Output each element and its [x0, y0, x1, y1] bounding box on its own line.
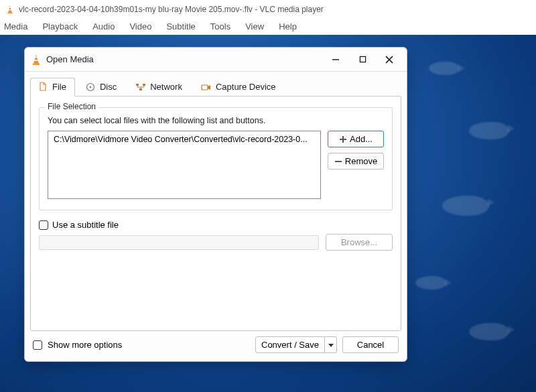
menu-subtitle[interactable]: Subtitle	[166, 21, 195, 31]
use-subtitle-row: Use a subtitle file	[39, 220, 393, 230]
tab-capture[interactable]: Capture Device	[194, 78, 285, 96]
file-selection-group: File Selection You can select local file…	[39, 107, 393, 210]
menu-media[interactable]: Media	[4, 21, 27, 31]
menu-playback[interactable]: Playback	[42, 21, 78, 31]
remove-label: Remove	[345, 156, 377, 166]
svg-rect-16	[139, 88, 142, 90]
app-title: vlc-record-2023-04-04-10h39m01s-my blu-r…	[19, 5, 324, 14]
maximize-button[interactable]	[349, 50, 376, 69]
svg-rect-1	[8, 12, 13, 13]
convert-save-splitbutton[interactable]: Convert / Save	[255, 336, 337, 353]
convert-save-label: Convert / Save	[261, 340, 319, 350]
use-subtitle-checkbox[interactable]	[39, 220, 48, 230]
fish-decoration	[469, 323, 509, 340]
browse-label: Browse...	[341, 237, 377, 247]
file-list[interactable]: C:\Vidmore\Vidmore Video Converter\Conve…	[48, 131, 321, 199]
add-button[interactable]: Add...	[328, 131, 384, 147]
group-legend: File Selection	[45, 102, 98, 111]
tabs: File Disc Network Capture Device	[25, 72, 407, 96]
browse-button: Browse...	[326, 234, 393, 251]
fish-decoration	[429, 62, 460, 75]
list-item[interactable]: C:\Vidmore\Vidmore Video Converter\Conve…	[52, 134, 316, 145]
chevron-down-icon	[328, 342, 334, 348]
dialog-titlebar: Open Media	[25, 48, 407, 72]
file-selection-hint: You can select local files with the foll…	[48, 116, 384, 125]
tab-panel-file: File Selection You can select local file…	[30, 96, 401, 331]
svg-rect-2	[9, 7, 11, 8]
open-media-dialog: Open Media File Disc N	[24, 47, 407, 362]
tab-label: Network	[150, 82, 182, 92]
svg-marker-0	[8, 5, 11, 13]
vlc-cone-icon	[5, 5, 15, 14]
dialog-title: Open Media	[46, 54, 94, 64]
svg-rect-3	[9, 9, 12, 10]
menubar: Media Playback Audio Video Subtitle Tool…	[0, 19, 536, 35]
fish-decoration	[415, 276, 446, 289]
svg-marker-21	[328, 344, 334, 347]
cancel-button[interactable]: Cancel	[342, 336, 399, 353]
convert-save-dropdown[interactable]	[325, 336, 337, 353]
file-icon	[38, 81, 48, 92]
add-label: Add...	[350, 134, 373, 144]
remove-button[interactable]: Remove	[328, 153, 384, 170]
minimize-button[interactable]	[322, 50, 349, 69]
disc-icon	[85, 82, 96, 92]
svg-rect-15	[143, 84, 145, 86]
fish-decoration	[469, 122, 509, 139]
convert-save-button[interactable]: Convert / Save	[255, 336, 325, 353]
tab-label: Disc	[100, 82, 117, 92]
minus-icon	[334, 157, 342, 166]
cancel-label: Cancel	[357, 340, 384, 350]
close-button[interactable]	[376, 50, 403, 69]
tab-label: File	[52, 82, 66, 92]
svg-marker-4	[34, 54, 39, 64]
vlc-cone-icon	[30, 54, 42, 66]
network-icon	[135, 82, 146, 92]
svg-rect-6	[34, 56, 38, 58]
svg-rect-7	[34, 60, 39, 61]
show-more-label: Show more options	[48, 340, 122, 350]
svg-point-13	[90, 86, 92, 88]
menu-video[interactable]: Video	[129, 21, 151, 31]
tab-file[interactable]: File	[30, 78, 75, 96]
tab-disc[interactable]: Disc	[78, 78, 125, 96]
fish-decoration	[442, 196, 489, 216]
show-more-checkbox[interactable]	[33, 340, 42, 350]
svg-rect-5	[33, 63, 40, 64]
use-subtitle-label: Use a subtitle file	[52, 220, 119, 230]
svg-rect-14	[136, 84, 139, 86]
menu-tools[interactable]: Tools	[210, 21, 230, 31]
tab-network[interactable]: Network	[128, 78, 191, 96]
app-titlebar: vlc-record-2023-04-04-10h39m01s-my blu-r…	[0, 0, 536, 19]
menu-audio[interactable]: Audio	[92, 21, 115, 31]
tab-label: Capture Device	[216, 82, 276, 92]
menu-help[interactable]: Help	[279, 21, 297, 31]
menu-view[interactable]: View	[245, 21, 264, 31]
plus-icon	[339, 135, 347, 143]
svg-rect-17	[202, 85, 208, 90]
subtitle-path-field	[39, 235, 319, 250]
dialog-footer: Show more options Convert / Save Cancel	[25, 331, 407, 361]
capture-icon	[201, 82, 212, 92]
svg-rect-9	[360, 56, 365, 62]
